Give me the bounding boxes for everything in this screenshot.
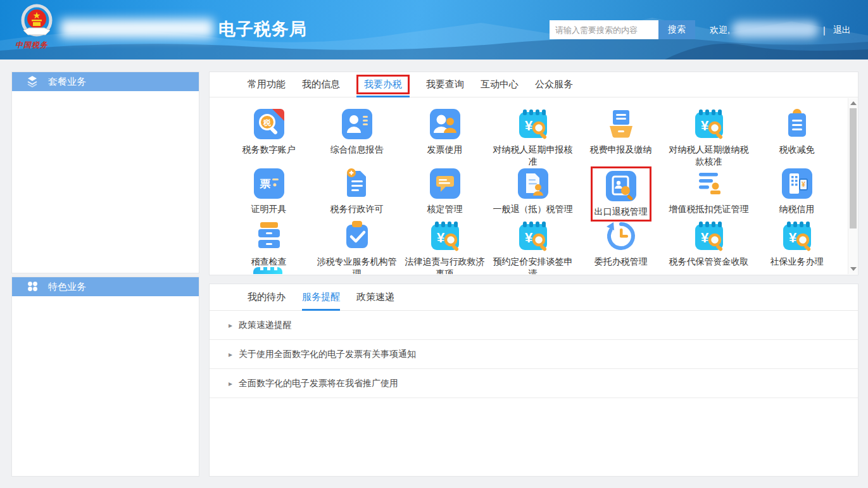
tab-我的信息[interactable]: 我的信息 <box>302 72 340 97</box>
grid-item-税务代保管资金收取[interactable]: ¥ 税务代保管资金收取 <box>665 219 753 274</box>
grid-item-综合信息报告[interactable]: 综合信息报告 <box>313 107 401 166</box>
grid-item-一般退（抵）税管理[interactable]: 一般退（抵）税管理 <box>489 166 577 219</box>
chat-icon <box>428 166 462 201</box>
tab-label: 我的信息 <box>302 78 340 91</box>
page: 中国税务 电子税务局 搜索 欢迎, | 退出 套餐业务 <box>0 0 868 488</box>
grid-item-税务数字账户[interactable]: 税 税务数字账户 <box>225 107 313 166</box>
grid-item-对纳税人延期缴纳税款核准[interactable]: ¥ 对纳税人延期缴纳税款核准 <box>665 107 753 166</box>
ticket-icon: 票 <box>252 166 286 201</box>
tax-search-icon: 税 <box>252 107 286 141</box>
grid-item-box: 一般退（抵）税管理 <box>493 166 573 215</box>
sidebar-section-featured: 特色业务 <box>11 277 199 477</box>
grid-item-label: 涉税专业服务机构管理 <box>314 256 400 274</box>
grid-item-税收减免[interactable]: 税收减免 <box>753 107 841 166</box>
grid-item-法律追责与行政救济事项[interactable]: ¥ 法律追责与行政救济事项 <box>401 219 489 274</box>
grid-item-box: ¥ 法律追责与行政救济事项 <box>402 219 488 274</box>
history-clock-icon <box>604 219 638 253</box>
scrollbar-up-button[interactable] <box>850 101 857 105</box>
sidebar-section-packages: 套餐业务 <box>11 72 199 273</box>
card-search-icon <box>604 169 638 203</box>
grid-scrollbar[interactable] <box>848 98 858 274</box>
clipboard-check-icon <box>340 219 374 253</box>
grid-item-label: 税务行政许可 <box>330 203 384 215</box>
grid-item-box: 税务行政许可 <box>330 166 384 215</box>
tab-服务提醒[interactable]: 服务提醒 <box>302 284 340 310</box>
notice-list: ▸政策速递提醒▸关于使用全面数字化的电子发票有关事项通知▸全面数字化的电子发票将… <box>210 311 858 398</box>
doc-plus-icon <box>340 166 374 201</box>
grid-item-稽查检查[interactable]: 稽查检查 <box>225 219 313 274</box>
grid-item-label: 一般退（抵）税管理 <box>493 203 573 215</box>
sidebar-header-featured[interactable]: 特色业务 <box>12 277 199 296</box>
search-input[interactable] <box>550 20 658 39</box>
annotation-box: 我要办税 <box>356 75 410 94</box>
tab-公众服务[interactable]: 公众服务 <box>535 72 573 97</box>
notice-row[interactable]: ▸全面数字化的电子发票将在我省推广使用 <box>210 369 858 398</box>
grid-item-预约定价安排谈签申请[interactable]: ¥ 预约定价安排谈签申请 <box>489 219 577 274</box>
grid-item-box: 税 税务数字账户 <box>242 107 296 156</box>
scrollbar-thumb[interactable] <box>850 108 857 228</box>
tab-互动中心[interactable]: 互动中心 <box>481 72 519 97</box>
grid-item-box: ¥纳税信用 <box>779 166 815 215</box>
grid-item-label: 委托办税管理 <box>594 256 648 268</box>
grid-item-box: 发票使用 <box>427 107 463 156</box>
grid-item-label: 综合信息报告 <box>330 144 384 156</box>
notice-title: 全面数字化的电子发票将在我省推广使用 <box>239 378 398 389</box>
sidebar-header-packages[interactable]: 套餐业务 <box>12 72 199 91</box>
grid-item-出口退税管理[interactable]: 出口退税管理 <box>577 166 665 219</box>
inbox-icon <box>604 107 638 141</box>
sidebar-section-label: 套餐业务 <box>48 76 86 88</box>
grid-item-核定管理[interactable]: 核定管理 <box>401 166 489 219</box>
grid-item-发票使用[interactable]: 发票使用 <box>401 107 489 166</box>
grid-item-社保业务办理[interactable]: ¥ 社保业务办理 <box>753 219 841 274</box>
app-header: 中国税务 电子税务局 搜索 欢迎, | 退出 <box>0 0 868 59</box>
tab-常用功能[interactable]: 常用功能 <box>248 72 286 97</box>
grid-item-box: ¥ 社保业务办理 <box>771 219 824 268</box>
notice-title: 政策速递提醒 <box>239 320 292 331</box>
notice-title: 关于使用全面数字化的电子发票有关事项通知 <box>239 349 416 360</box>
grid-item-税费申报及缴纳[interactable]: 税费申报及缴纳 <box>577 107 665 166</box>
clipboard-icon <box>780 107 814 141</box>
yen-search-icon: ¥ <box>780 219 814 253</box>
logout-divider: | <box>823 25 826 35</box>
grid-item-box: 税费申报及缴纳 <box>590 107 652 156</box>
grid-item-box: 稽查检查 <box>251 219 287 268</box>
grid-item-对纳税人延期申报核准[interactable]: ¥ 对纳税人延期申报核准 <box>489 107 577 166</box>
grid-item-税务行政许可[interactable]: 税务行政许可 <box>313 166 401 219</box>
drawers-icon <box>252 219 286 253</box>
svg-text:票: 票 <box>259 178 270 190</box>
yen-search-icon: ¥ <box>692 107 726 141</box>
logo-caption: 中国税务 <box>15 40 60 51</box>
tab-政策速递[interactable]: 政策速递 <box>356 284 394 310</box>
tax-emblem-logo <box>20 4 53 42</box>
grid-item-box: 税收减免 <box>779 107 815 156</box>
grid-item-委托办税管理[interactable]: 委托办税管理 <box>577 219 665 274</box>
svg-text:税: 税 <box>263 118 271 127</box>
notice-row[interactable]: ▸政策速递提醒 <box>210 311 858 340</box>
svg-text:¥: ¥ <box>700 118 708 134</box>
tab-label: 我要查询 <box>426 78 464 91</box>
grid-item-label: 纳税信用 <box>779 203 815 215</box>
tab-我要查询[interactable]: 我要查询 <box>426 72 464 97</box>
tab-label: 我的待办 <box>248 291 286 303</box>
tab-label: 政策速递 <box>356 291 394 303</box>
tab-我的待办[interactable]: 我的待办 <box>248 284 286 310</box>
scrollbar-down-button[interactable] <box>850 267 857 271</box>
welcome-label: 欢迎, <box>710 25 730 36</box>
search-button[interactable]: 搜索 <box>658 20 695 39</box>
grid-item-label: 税收减免 <box>779 144 815 156</box>
chevron-right-icon: ▸ <box>229 321 232 330</box>
svg-text:¥: ¥ <box>524 118 532 134</box>
grid-item-涉税专业服务机构管理[interactable]: 涉税专业服务机构管理 <box>313 219 401 274</box>
grid-item-纳税信用[interactable]: ¥纳税信用 <box>753 166 841 219</box>
people-icon <box>428 107 462 141</box>
tab-我要办税[interactable]: 我要办税 <box>356 72 410 97</box>
grid-item-证明开具[interactable]: 票 证明开具 <box>225 166 313 219</box>
grid-item-label: 核定管理 <box>427 203 463 215</box>
grid-item-增值税抵扣凭证管理[interactable]: 增值税抵扣凭证管理 <box>665 166 753 219</box>
grid-item-label: 税务数字账户 <box>242 144 296 156</box>
logout-button[interactable]: 退出 <box>833 25 851 36</box>
svg-text:¥: ¥ <box>700 230 708 246</box>
grid-item-label: 增值税抵扣凭证管理 <box>669 203 749 215</box>
notice-row[interactable]: ▸关于使用全面数字化的电子发票有关事项通知 <box>210 340 858 369</box>
grid-item-label: 社保业务办理 <box>771 256 824 268</box>
